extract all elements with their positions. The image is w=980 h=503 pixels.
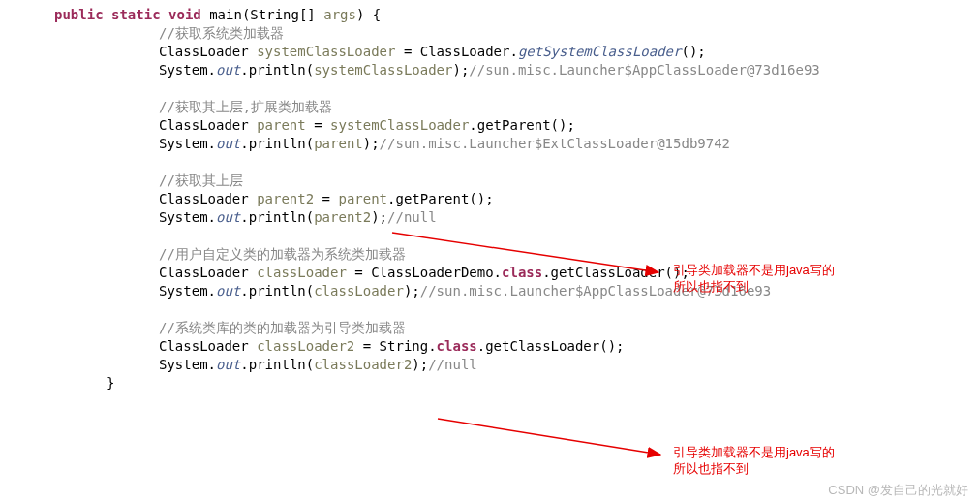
code-line: System.out.println(classLoader);//sun.mi…: [54, 282, 980, 300]
comment: //获取其上层,扩展类加载器: [159, 99, 332, 114]
type: ClassLoader: [159, 338, 257, 354]
code-line: ClassLoader classLoader = ClassLoaderDem…: [54, 264, 980, 282]
blank-line: [54, 227, 980, 245]
text: = String.: [354, 338, 436, 354]
text: System.: [159, 209, 216, 225]
svg-line-3: [438, 419, 660, 455]
keyword-class: class: [437, 338, 477, 354]
code-line: ClassLoader parent = systemClassLoader.g…: [54, 116, 980, 135]
var: classLoader2: [314, 357, 412, 372]
keyword-static: static: [111, 7, 161, 22]
code-line: //获取系统类加载器: [54, 24, 980, 43]
code-line: }: [54, 374, 980, 393]
text: .println(: [240, 283, 314, 299]
text: System.: [159, 357, 216, 372]
comment: //sun.misc.Launcher$ExtClassLoader@15db9…: [380, 136, 730, 151]
type: ClassLoader: [159, 191, 257, 206]
method-call: getSystemClassLoader: [518, 44, 682, 59]
keyword-public: public: [54, 7, 104, 22]
text: System.: [159, 136, 216, 151]
text: );: [412, 357, 428, 372]
var: classLoader: [257, 265, 347, 280]
paren-brace: ) {: [356, 7, 381, 22]
keyword-void: void: [168, 7, 201, 22]
text: = ClassLoader.: [395, 44, 517, 59]
var: classLoader: [314, 283, 404, 299]
var: parent2: [257, 191, 314, 206]
field-out: out: [216, 283, 240, 299]
text: .println(: [240, 136, 314, 151]
field-out: out: [216, 62, 240, 78]
var: parent2: [314, 209, 371, 225]
arrow-icon: [433, 414, 670, 460]
param-args: args: [323, 7, 356, 22]
comment: //用户自定义类的加载器为系统类加载器: [159, 246, 406, 262]
comment: //获取其上层: [159, 173, 243, 188]
comment: //系统类库的类的加载器为引导类加载器: [159, 320, 406, 335]
type: ClassLoader: [159, 265, 257, 280]
annotation-note-1: 引导类加载器不是用java写的 所以也指不到: [673, 262, 835, 295]
type: ClassLoader: [159, 117, 257, 133]
code-line: System.out.println(parent);//sun.misc.La…: [54, 135, 980, 153]
annotation-text: 所以也指不到: [673, 279, 749, 294]
field-out: out: [216, 209, 240, 225]
annotation-text: 所以也指不到: [673, 461, 749, 476]
var: parent: [257, 117, 306, 133]
code-line: //获取其上层,扩展类加载器: [54, 98, 980, 116]
code-line: ClassLoader systemClassLoader = ClassLoa…: [54, 43, 980, 61]
annotation-text: 引导类加载器不是用java写的: [673, 263, 835, 277]
code-line: System.out.println(parent2);//null: [54, 208, 980, 227]
comment: //null: [387, 209, 437, 225]
var: systemClassLoader: [330, 117, 469, 133]
text: System.: [159, 62, 216, 78]
watermark: CSDN @发自己的光就好: [828, 481, 968, 499]
text: .println(: [240, 209, 314, 225]
text: System.: [159, 283, 216, 299]
text: .getClassLoader();: [477, 338, 625, 354]
comment: //null: [428, 357, 477, 372]
type: ClassLoader: [159, 44, 257, 59]
text: ();: [681, 44, 705, 59]
text: .println(: [240, 62, 314, 78]
brace-close: }: [107, 375, 114, 391]
var: systemClassLoader: [257, 44, 395, 59]
brackets: []: [299, 7, 323, 22]
blank-line: [54, 300, 980, 319]
var: classLoader2: [257, 338, 354, 354]
text: .getParent();: [387, 191, 494, 206]
type-string: String: [250, 7, 299, 22]
code-line: ClassLoader parent2 = parent.getParent()…: [54, 190, 980, 208]
var: systemClassLoader: [314, 62, 452, 78]
code-line: //系统类库的类的加载器为引导类加载器: [54, 319, 980, 337]
text: .getParent();: [469, 117, 575, 133]
text: );: [363, 136, 380, 151]
code-line: public static void main(String[] args) {: [54, 6, 980, 24]
text: = ClassLoaderDemo.: [347, 265, 502, 280]
text: =: [314, 191, 338, 206]
code-line: System.out.println(systemClassLoader);//…: [54, 61, 980, 79]
code-line: //用户自定义类的加载器为系统类加载器: [54, 245, 980, 264]
code-line: System.out.println(classLoader2);//null: [54, 356, 980, 374]
comment: //获取系统类加载器: [159, 25, 284, 41]
text: .println(: [240, 357, 314, 372]
annotation-note-2: 引导类加载器不是用java写的 所以也指不到: [673, 444, 835, 477]
field-out: out: [216, 357, 240, 372]
field-out: out: [216, 136, 240, 151]
text: );: [452, 62, 469, 78]
keyword-class: class: [502, 265, 542, 280]
code-line: ClassLoader classLoader2 = String.class.…: [54, 337, 980, 356]
method-main: main: [209, 7, 242, 22]
code-line: //获取其上层: [54, 172, 980, 190]
annotation-text: 引导类加载器不是用java写的: [673, 445, 835, 459]
text: =: [306, 117, 330, 133]
comment: //sun.misc.Launcher$AppClassLoader@73d16…: [469, 62, 819, 78]
var: parent: [338, 191, 387, 206]
blank-line: [54, 153, 980, 172]
text: .getClassLoader();: [542, 265, 689, 280]
text: );: [404, 283, 420, 299]
text: );: [371, 209, 387, 225]
code-block: public static void main(String[] args) {…: [0, 0, 980, 393]
blank-line: [54, 79, 980, 98]
var: parent: [314, 136, 363, 151]
